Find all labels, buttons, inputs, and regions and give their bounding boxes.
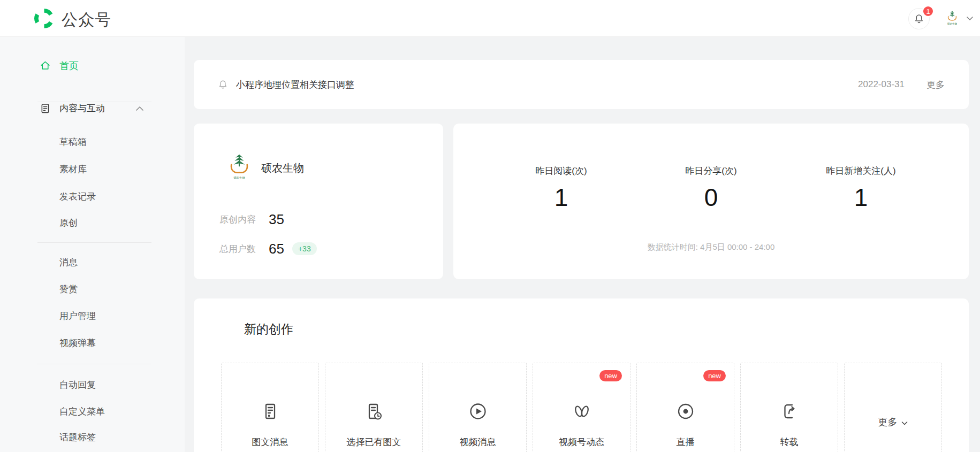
stat-value: 65 bbox=[269, 241, 284, 257]
sidebar-item-custom-menu[interactable]: 自定义菜单 bbox=[0, 406, 185, 418]
sidebar-divider bbox=[37, 242, 151, 243]
tile-label: 选择已有图文 bbox=[347, 437, 401, 448]
account-name: 硕农生物 bbox=[261, 161, 304, 175]
sidebar-item-label: 视频弹幕 bbox=[59, 338, 96, 348]
sidebar-section-content-interaction[interactable]: 内容与互动 bbox=[0, 103, 185, 114]
stat-yesterday-shares[interactable]: 昨日分享(次) 0 bbox=[636, 124, 786, 211]
account-menu-chevron-down-icon[interactable] bbox=[966, 14, 974, 22]
stat-label: 昨日分享(次) bbox=[636, 165, 786, 177]
article-icon bbox=[260, 401, 281, 422]
new-badge: new bbox=[599, 370, 622, 381]
sidebar-item-label: 消息 bbox=[59, 257, 78, 267]
chevron-down-icon bbox=[901, 420, 908, 426]
new-creation-card: 新的创作 图文消息 选择已有图文 视频消息 new bbox=[194, 298, 969, 452]
avatar-caption: 硕农生物 bbox=[947, 22, 957, 25]
file-text-icon bbox=[40, 103, 51, 114]
stat-value: 35 bbox=[269, 211, 284, 228]
avatar-caption: 硕农生物 bbox=[233, 176, 245, 179]
stat-value: 1 bbox=[487, 183, 636, 211]
channels-icon bbox=[571, 401, 592, 422]
tile-label: 图文消息 bbox=[252, 437, 288, 448]
tile-live[interactable]: new 直播 bbox=[636, 363, 734, 452]
notification-count-badge: 1 bbox=[922, 5, 934, 17]
sidebar-item-label: 话题标签 bbox=[59, 432, 96, 442]
article-history-icon bbox=[363, 401, 385, 422]
play-circle-icon bbox=[467, 401, 489, 422]
more-label: 更多 bbox=[878, 416, 898, 428]
tile-video-message[interactable]: 视频消息 bbox=[429, 363, 527, 452]
daily-stats-card: 昨日阅读(次) 1 昨日分享(次) 0 昨日新增关注(人) 1 数据统计时间: … bbox=[453, 124, 969, 279]
home-icon bbox=[40, 60, 51, 71]
sidebar-item-user-management[interactable]: 用户管理 bbox=[0, 310, 185, 322]
growth-badge: +33 bbox=[292, 242, 317, 255]
account-avatar[interactable]: 硕农生物 bbox=[944, 10, 960, 27]
chevron-up-icon[interactable] bbox=[135, 105, 145, 112]
stat-label: 昨日新增关注(人) bbox=[786, 165, 936, 177]
live-icon bbox=[675, 401, 696, 422]
new-badge: new bbox=[703, 370, 726, 381]
sidebar-item-messages[interactable]: 消息 bbox=[0, 257, 185, 269]
sidebar-item-label: 草稿箱 bbox=[59, 137, 87, 147]
stat-label: 昨日阅读(次) bbox=[487, 165, 636, 177]
announcement-text[interactable]: 小程序地理位置相关接口调整 bbox=[236, 79, 858, 91]
tile-more[interactable]: 更多 bbox=[844, 363, 942, 452]
sidebar-item-appreciation[interactable]: 赞赏 bbox=[0, 284, 185, 295]
tile-label: 视频号动态 bbox=[559, 437, 604, 448]
sidebar-item-material-library[interactable]: 素材库 bbox=[0, 164, 185, 175]
repost-icon bbox=[779, 401, 800, 422]
sidebar-divider bbox=[37, 364, 151, 364]
stat-row-total-users: 总用户数 65 +33 bbox=[219, 240, 317, 257]
section-title: 新的创作 bbox=[244, 321, 293, 338]
stat-label: 总用户数 bbox=[219, 243, 261, 255]
bell-icon bbox=[914, 13, 924, 24]
sidebar-item-label: 自动回复 bbox=[59, 380, 96, 390]
wheat-hands-logo-icon bbox=[225, 151, 253, 176]
sidebar-item-home[interactable]: 首页 bbox=[0, 60, 185, 72]
tile-label: 视频消息 bbox=[460, 437, 496, 448]
creation-tiles: 图文消息 选择已有图文 视频消息 new bbox=[221, 363, 942, 452]
sidebar-item-label: 用户管理 bbox=[59, 311, 96, 321]
tile-label: 直播 bbox=[677, 437, 695, 448]
sidebar-item-label: 素材库 bbox=[59, 164, 87, 174]
tile-channels-post[interactable]: new 视频号动态 bbox=[533, 363, 630, 452]
sidebar-item-label: 原创 bbox=[59, 218, 78, 228]
top-header: 公众号 1 硕农生物 bbox=[0, 0, 980, 37]
stat-row-original-content: 原创内容 35 bbox=[219, 211, 284, 228]
account-avatar-large: 硕农生物 bbox=[224, 151, 255, 182]
tile-article-message[interactable]: 图文消息 bbox=[221, 363, 319, 452]
app-title: 公众号 bbox=[62, 9, 111, 31]
sidebar-section-label: 内容与互动 bbox=[59, 103, 105, 113]
sidebar-divider bbox=[37, 102, 151, 102]
announcement-bar[interactable]: 小程序地理位置相关接口调整 2022-03-31 更多 bbox=[194, 60, 969, 109]
sidebar-item-label: 首页 bbox=[59, 60, 79, 71]
bell-icon bbox=[218, 79, 228, 90]
tile-label: 转载 bbox=[780, 437, 799, 448]
account-overview-card: 硕农生物 硕农生物 原创内容 35 总用户数 65 +33 bbox=[194, 124, 443, 279]
stat-yesterday-new-followers[interactable]: 昨日新增关注(人) 1 bbox=[786, 124, 936, 211]
sidebar-item-label: 自定义菜单 bbox=[59, 407, 105, 417]
sidebar-item-auto-reply[interactable]: 自动回复 bbox=[0, 379, 185, 391]
wechat-mp-logo-icon bbox=[33, 7, 55, 29]
announcement-date: 2022-03-31 bbox=[858, 79, 905, 90]
tile-repost[interactable]: 转载 bbox=[740, 363, 838, 452]
sidebar-item-topic-tags[interactable]: 话题标签 bbox=[0, 432, 185, 443]
tile-choose-existing-article[interactable]: 选择已有图文 bbox=[325, 363, 423, 452]
stat-yesterday-reads[interactable]: 昨日阅读(次) 1 bbox=[487, 124, 636, 211]
sidebar: 首页 内容与互动 草稿箱 素材库 发表记录 原创 消息 赞赏 用户管理 视频弹幕… bbox=[0, 36, 185, 452]
announcement-more-link[interactable]: 更多 bbox=[926, 79, 945, 91]
stats-time-note: 数据统计时间: 4月5日 00:00 - 24:00 bbox=[453, 242, 969, 252]
sidebar-item-original[interactable]: 原创 bbox=[0, 217, 185, 229]
wheat-hands-logo-icon bbox=[945, 10, 959, 22]
sidebar-item-drafts[interactable]: 草稿箱 bbox=[0, 136, 185, 148]
stat-value: 0 bbox=[636, 183, 786, 211]
sidebar-item-label: 发表记录 bbox=[59, 191, 96, 202]
stat-value: 1 bbox=[786, 183, 936, 211]
daily-stats-columns: 昨日阅读(次) 1 昨日分享(次) 0 昨日新增关注(人) 1 bbox=[453, 124, 969, 211]
sidebar-item-label: 赞赏 bbox=[59, 284, 78, 294]
sidebar-item-publish-history[interactable]: 发表记录 bbox=[0, 191, 185, 203]
sidebar-item-video-danmu[interactable]: 视频弹幕 bbox=[0, 338, 185, 349]
stat-label: 原创内容 bbox=[219, 213, 261, 226]
